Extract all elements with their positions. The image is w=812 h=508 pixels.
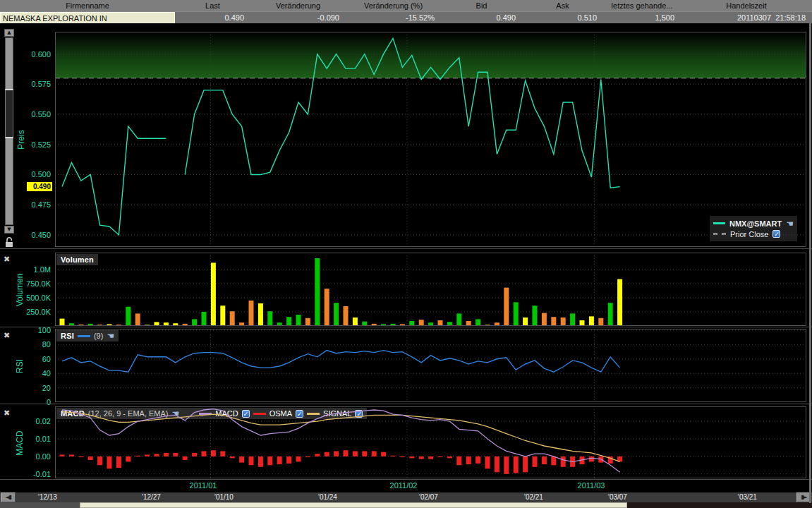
time-range-scrollbar[interactable] — [0, 502, 812, 508]
y-tick-label: 0.500 — [18, 170, 51, 179]
tws-chart-window: { "quote_panel": { "columns": [ {"header… — [0, 0, 812, 508]
panel-divider[interactable] — [0, 404, 812, 404]
date-tick-label: '02/21 — [524, 493, 543, 501]
y-tick-label: 80 — [18, 340, 51, 349]
date-axis-bar[interactable]: '12/13'12/27'01/10'01/24'02/07'02/21'03/… — [0, 492, 812, 502]
y-tick-label: 0.00 — [18, 452, 51, 461]
last-price-axis-tag: 0.490 — [27, 182, 52, 191]
scroll-to-start-button[interactable]: ◄▮ — [1, 492, 16, 502]
last-size-cell: 1,500 — [603, 12, 681, 24]
y-tick-label: 0.525 — [18, 140, 51, 149]
col-header-last[interactable]: Last — [175, 0, 250, 11]
y-tick-label: 40 — [18, 369, 51, 377]
col-header-ask[interactable]: Ask — [522, 0, 603, 11]
col-header-last-size[interactable]: letztes gehande... — [603, 0, 681, 11]
panel-divider — [0, 479, 812, 480]
panel-divider[interactable] — [0, 327, 812, 327]
y-tick-label: 250.0K — [18, 308, 51, 316]
panel-divider[interactable] — [0, 248, 812, 249]
macd-chart-plot[interactable] — [55, 406, 806, 478]
scroll-down-button[interactable]: ▼ — [4, 226, 14, 234]
month-labels-row: 2011/012011/022011/03 — [0, 480, 812, 492]
date-tick-label: '01/10 — [214, 493, 234, 501]
volume-axis-title: Volumen — [15, 269, 25, 311]
close-macd-panel-icon[interactable]: ✖ — [4, 409, 10, 417]
date-tick-label: '03/21 — [738, 493, 757, 501]
y-tick-label: 0.550 — [18, 110, 51, 119]
close-volume-panel-icon[interactable]: ✖ — [4, 255, 10, 263]
symbol-name-cell[interactable]: NEMASKA EXPLORATION IN — [0, 12, 175, 24]
quote-panel: Firmenname Last Veränderung Veränderung … — [0, 0, 812, 24]
date-tick-label: '12/13 — [38, 493, 57, 501]
scroll-up-button[interactable]: ▲ — [4, 29, 14, 37]
y-tick-label: 0.600 — [18, 50, 51, 59]
y-tick-label: 0.475 — [18, 200, 51, 209]
price-chart-plot[interactable] — [55, 32, 806, 247]
y-tick-label: 0.450 — [18, 231, 51, 239]
rsi-chart-plot[interactable] — [55, 329, 806, 402]
date-tick-label: '01/24 — [318, 493, 337, 501]
y-tick-label: 1.0M — [18, 265, 51, 274]
chart-region: ▲ ▼ ✖ ✖ ✖ Preis Volumen RSI MACD 0.4500.… — [0, 23, 812, 508]
trade-time-cell: 20110307 21:58:18 — [681, 12, 812, 24]
time-range-scrollbar-thumb[interactable] — [80, 502, 627, 508]
y-tick-label: 60 — [18, 355, 51, 363]
month-label: 2011/03 — [578, 481, 605, 490]
volume-chart-plot[interactable] — [55, 253, 806, 326]
time-range-lead — [0, 502, 80, 508]
y-tick-label: 0.575 — [18, 80, 51, 88]
col-header-change-pct[interactable]: Veränderung (%) — [346, 0, 441, 11]
col-header-change[interactable]: Veränderung — [250, 0, 346, 11]
ask-cell[interactable]: 0.510 — [522, 12, 603, 24]
change-cell: -0.090 — [250, 12, 346, 24]
y-tick-label: 0.01 — [18, 435, 51, 443]
col-header-trade-time[interactable]: Handelszeit — [681, 0, 812, 11]
price-zoom-scrollbar-thumb[interactable] — [5, 89, 13, 138]
y-tick-label: 500.0K — [18, 294, 51, 302]
quote-value-row: NEMASKA EXPLORATION IN 0.490 -0.090 -15.… — [0, 11, 812, 24]
date-tick-label: '12/27 — [142, 493, 161, 501]
col-header-firmenname[interactable]: Firmenname — [0, 0, 175, 11]
y-tick-label: -0.01 — [18, 470, 51, 478]
col-header-bid[interactable]: Bid — [441, 0, 522, 11]
rsi-axis-title: RSI — [15, 345, 25, 387]
y-tick-label: 20 — [18, 384, 51, 392]
window-right-edge — [809, 23, 811, 503]
change-pct-cell: -15.52% — [346, 12, 441, 24]
month-label: 2011/01 — [190, 481, 217, 490]
bid-cell[interactable]: 0.490 — [441, 12, 522, 24]
y-tick-label: 0 — [18, 398, 51, 406]
close-rsi-panel-icon[interactable]: ✖ — [4, 332, 10, 339]
month-label: 2011/02 — [390, 481, 418, 490]
last-price-cell[interactable]: 0.490 — [175, 12, 250, 24]
date-tick-label: '03/07 — [608, 493, 627, 501]
y-tick-label: 0.02 — [18, 417, 51, 425]
date-tick-label: '02/07 — [419, 493, 438, 501]
y-tick-label: 750.0K — [18, 279, 51, 288]
quote-header-row: Firmenname Last Veränderung Veränderung … — [0, 0, 812, 11]
